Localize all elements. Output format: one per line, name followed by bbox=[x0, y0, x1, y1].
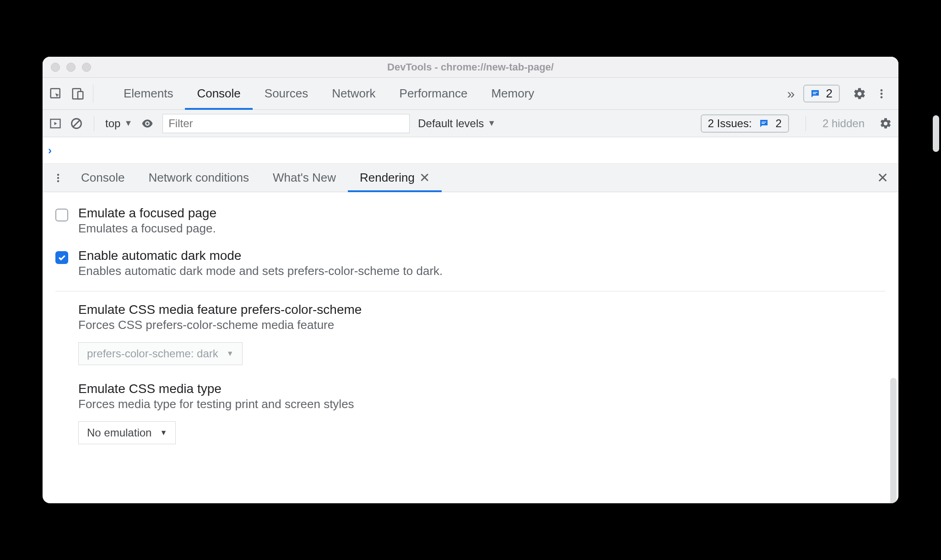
svg-rect-2 bbox=[78, 92, 83, 99]
titlebar: DevTools - chrome://new-tab-page/ bbox=[43, 57, 898, 78]
dropdown-media-type[interactable]: No emulation ▼ bbox=[78, 421, 176, 444]
console-settings-icon[interactable] bbox=[879, 117, 892, 130]
option-dark-mode: Enable automatic dark mode Enables autom… bbox=[55, 244, 886, 286]
svg-point-7 bbox=[881, 96, 883, 98]
drawer-tab-whats-new[interactable]: What's New bbox=[261, 164, 348, 192]
tab-performance[interactable]: Performance bbox=[388, 78, 480, 109]
tab-network[interactable]: Network bbox=[320, 78, 387, 109]
option-desc: Enables automatic dark mode and sets pre… bbox=[78, 264, 443, 278]
drawer-tabs: Console Network conditions What's New Re… bbox=[43, 164, 898, 192]
messages-badge[interactable]: 2 bbox=[803, 85, 840, 102]
chevron-down-icon: ▼ bbox=[160, 429, 167, 437]
messages-count: 2 bbox=[826, 86, 833, 101]
drawer-tab-console[interactable]: Console bbox=[69, 164, 136, 192]
drawer-tab-rendering[interactable]: Rendering ✕ bbox=[348, 164, 442, 192]
svg-point-14 bbox=[57, 173, 59, 175]
svg-rect-3 bbox=[813, 92, 817, 93]
svg-rect-12 bbox=[762, 122, 766, 123]
checkbox-dark-mode[interactable] bbox=[55, 251, 68, 264]
clear-console-icon[interactable] bbox=[70, 117, 83, 130]
console-prompt[interactable]: › bbox=[43, 137, 898, 164]
main-tabs: Elements Console Sources Network Perform… bbox=[112, 78, 546, 109]
dropdown-prefers-color-scheme[interactable]: prefers-color-scheme: dark ▼ bbox=[78, 342, 243, 365]
panel-scrollbar[interactable] bbox=[890, 378, 897, 503]
settings-icon[interactable] bbox=[853, 87, 866, 101]
console-toolbar: top ▼ Default levels ▼ 2 Issues: 2 2 hid… bbox=[43, 110, 898, 137]
option-emulate-focused: Emulate a focused page Emulates a focuse… bbox=[55, 201, 886, 244]
setting-title: Emulate CSS media type bbox=[78, 382, 886, 396]
main-toolbar: Elements Console Sources Network Perform… bbox=[43, 78, 898, 110]
option-title: Enable automatic dark mode bbox=[78, 248, 443, 263]
more-tabs-icon[interactable]: » bbox=[787, 86, 795, 102]
drawer-menu-icon[interactable] bbox=[53, 172, 64, 184]
setting-desc: Forces CSS prefers-color-scheme media fe… bbox=[78, 318, 886, 332]
more-menu-icon[interactable] bbox=[876, 87, 887, 101]
setting-desc: Forces media type for testing print and … bbox=[78, 397, 886, 411]
inspect-element-icon[interactable] bbox=[49, 87, 63, 101]
svg-line-10 bbox=[73, 120, 80, 127]
window-title: DevTools - chrome://new-tab-page/ bbox=[43, 61, 898, 73]
svg-point-16 bbox=[57, 180, 59, 182]
option-desc: Emulates a focused page. bbox=[78, 221, 216, 236]
devtools-window: DevTools - chrome://new-tab-page/ Elemen… bbox=[43, 57, 898, 503]
close-drawer-icon[interactable]: ✕ bbox=[877, 170, 888, 186]
option-title: Emulate a focused page bbox=[78, 206, 216, 221]
setting-title: Emulate CSS media feature prefers-color-… bbox=[78, 302, 886, 317]
tab-sources[interactable]: Sources bbox=[253, 78, 320, 109]
context-selector[interactable]: top ▼ bbox=[105, 117, 132, 130]
toggle-sidebar-icon[interactable] bbox=[49, 117, 62, 130]
setting-prefers-color-scheme: Emulate CSS media feature prefers-color-… bbox=[55, 302, 886, 365]
device-toggle-icon[interactable] bbox=[71, 87, 85, 101]
drawer-tab-network-conditions[interactable]: Network conditions bbox=[136, 164, 261, 192]
tab-elements[interactable]: Elements bbox=[112, 78, 185, 109]
close-rendering-tab-icon[interactable]: ✕ bbox=[419, 170, 430, 185]
issues-button[interactable]: 2 Issues: 2 bbox=[701, 114, 789, 133]
checkbox-emulate-focused[interactable] bbox=[55, 209, 68, 221]
svg-point-6 bbox=[881, 92, 883, 95]
live-expression-icon[interactable] bbox=[141, 117, 154, 130]
svg-rect-4 bbox=[813, 93, 816, 94]
divider bbox=[55, 291, 886, 291]
filter-input[interactable] bbox=[162, 114, 410, 133]
tab-console[interactable]: Console bbox=[185, 78, 252, 109]
setting-media-type: Emulate CSS media type Forces media type… bbox=[55, 382, 886, 444]
tab-memory[interactable]: Memory bbox=[479, 78, 546, 109]
prompt-caret-icon: › bbox=[48, 144, 52, 157]
svg-point-5 bbox=[881, 89, 883, 92]
svg-point-15 bbox=[57, 177, 59, 178]
rendering-panel: Emulate a focused page Emulates a focuse… bbox=[43, 192, 898, 503]
log-levels-selector[interactable]: Default levels ▼ bbox=[418, 117, 496, 130]
svg-point-11 bbox=[146, 122, 149, 124]
svg-rect-13 bbox=[762, 123, 765, 124]
chevron-down-icon: ▼ bbox=[227, 350, 234, 358]
hidden-count[interactable]: 2 hidden bbox=[822, 117, 865, 130]
